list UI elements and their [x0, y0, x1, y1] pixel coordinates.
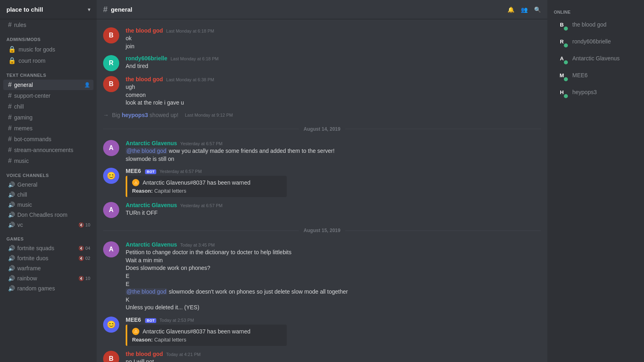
sidebar-item-music-for-gods[interactable]: 🔒 music for gods: [3, 44, 93, 55]
sidebar-item-stream-announcements[interactable]: # stream-announcements: [3, 145, 93, 155]
channel-name-music: music: [14, 158, 29, 164]
avatar: A: [103, 140, 119, 156]
sidebar-item-support-center[interactable]: # support-center: [3, 90, 93, 101]
bot-badge: BOT: [145, 169, 156, 174]
search-icon[interactable]: 🔍: [534, 6, 541, 13]
avatar: A: [103, 202, 119, 218]
sidebar-item-chill[interactable]: # chill: [3, 101, 93, 112]
message-timestamp: Today at 4:21 PM: [166, 352, 201, 357]
sidebar-item-music[interactable]: # music: [3, 156, 93, 166]
message-header: the blood god Today at 4:21 PM: [126, 351, 541, 357]
voice-channel-general: General: [17, 181, 37, 188]
message-username[interactable]: Antarctic Glavenus: [126, 202, 177, 208]
embed-icon: ⚠: [132, 328, 139, 335]
message-username-mee6[interactable]: MEE6: [126, 168, 141, 174]
message-username-mee6[interactable]: MEE6: [126, 317, 141, 323]
message-text: And tired: [126, 62, 541, 70]
sidebar-item-general[interactable]: # general 👤: [3, 80, 93, 90]
messages-area: B the blood god Last Monday at 6:18 PM o…: [97, 19, 547, 362]
message-header: the blood god Last Monday at 6:18 PM: [126, 27, 541, 34]
sidebar-item-rainbow[interactable]: 🔊 rainbow 🔇 10: [3, 274, 93, 283]
message-username[interactable]: rondy606brielle: [126, 55, 168, 62]
message-content: MEE6 BOT Today at 2:53 PM ⚠ Antarctic Gl…: [126, 317, 541, 346]
header-hash-icon: #: [103, 5, 108, 14]
voice-channel-warframe: warframe: [17, 265, 41, 272]
message-username[interactable]: Antarctic Glavenus: [126, 241, 177, 248]
notification-icon[interactable]: 🔔: [507, 6, 514, 13]
sidebar-item-voice-chill[interactable]: 🔊 chill: [3, 190, 93, 200]
sidebar-item-voice-music[interactable]: 🔊 music: [3, 200, 93, 210]
section-label-admins: ADMINS/MODS: [0, 31, 97, 43]
avatar: R: [103, 55, 119, 71]
voice-channel-duos: fortnite duos: [17, 255, 48, 261]
voice-channel-music: music: [17, 202, 32, 208]
message-content: Antarctic Glavenus Today at 3:45 PM Peti…: [126, 241, 541, 312]
speaker-icon-vc: 🔊: [8, 222, 15, 228]
sidebar-item-court-room[interactable]: 🔒 court room: [3, 55, 93, 66]
chat-header: # general 🔔 👥 🔍: [97, 0, 547, 19]
message-username[interactable]: the blood god: [126, 76, 163, 82]
message-header: Antarctic Glavenus Today at 3:45 PM: [126, 241, 541, 248]
bot-embed: ⚠ Antarctic Glavenus#8037 has been warne…: [126, 325, 287, 346]
voice-channel-squads: fortnite squads: [17, 245, 54, 251]
message-text: okjoin: [126, 35, 541, 50]
message-text: no I will not: [126, 358, 541, 362]
message-text: ughcomeonlook at the role i gave u: [126, 83, 541, 107]
sidebar-item-fortnite-squads[interactable]: 🔊 fortnite squads 🔇 04: [3, 243, 93, 253]
sidebar-item-rules[interactable]: # rules: [3, 20, 93, 30]
sidebar-item-bot-commands[interactable]: # bot-commands: [3, 134, 93, 144]
join-username[interactable]: heypops3: [122, 112, 148, 118]
sidebar-item-memes[interactable]: # memes: [3, 123, 93, 134]
section-label-text: TEXT CHANNELS: [0, 66, 97, 79]
message-timestamp: Yesterday at 6:57 PM: [180, 141, 223, 146]
message-group: A Antarctic Glavenus Yesterday at 6:57 P…: [97, 200, 547, 220]
sidebar-item-warframe[interactable]: 🔊 warframe: [3, 263, 93, 273]
speaker-icon-random: 🔊: [8, 285, 15, 292]
online-member[interactable]: M MEE6: [551, 67, 641, 83]
voice-channel-random: random games: [17, 285, 55, 292]
sidebar-item-voice-vc[interactable]: 🔊 vc 🔇 10: [3, 220, 93, 230]
header-icons: 🔔 👥 🔍: [507, 6, 541, 13]
date-divider: August 15, 2019: [97, 221, 547, 240]
message-text: Petition to change doctor in the diction…: [126, 249, 541, 312]
sidebar-item-fortnite-duos[interactable]: 🔊 fortnite duos 🔇 02: [3, 253, 93, 263]
speaker-icon-rainbow: 🔊: [8, 275, 15, 282]
mention[interactable]: @the blood god: [126, 288, 167, 295]
message-header: rondy606brielle Last Monday at 6:18 PM: [126, 55, 541, 62]
online-member-name: MEE6: [572, 72, 588, 78]
voice-channel-vc: vc: [17, 222, 23, 228]
mention[interactable]: @the blood god: [126, 148, 167, 154]
message-header: MEE6 BOT Today at 2:53 PM: [126, 317, 541, 323]
sidebar-item-voice-general[interactable]: 🔊 General: [3, 180, 93, 189]
arrow-icon: →: [103, 112, 109, 118]
bot-message-group: 😊 MEE6 BOT Today at 2:53 PM ⚠ Antarctic …: [97, 315, 547, 348]
message-username[interactable]: the blood god: [126, 27, 163, 34]
avatar: B: [103, 351, 119, 362]
section-label-voice: VOICE CHANNELS: [0, 167, 97, 179]
sidebar-item-voice-don[interactable]: 🔊 Don Cheadles room: [3, 210, 93, 220]
server-name: place to chill: [6, 6, 43, 13]
message-group: R rondy606brielle Last Monday at 6:18 PM…: [97, 53, 547, 73]
lock-hash-icon2: 🔒: [8, 57, 16, 64]
message-content: MEE6 BOT Yesterday at 6:57 PM ⚠ Antarcti…: [126, 168, 541, 197]
online-member[interactable]: H heypops3: [551, 84, 641, 100]
embed-header: ⚠ Antarctic Glavenus#8037 has been warne…: [132, 328, 282, 335]
message-group: B the blood god Last Monday at 6:18 PM o…: [97, 26, 547, 52]
online-member[interactable]: B the blood god: [551, 16, 641, 33]
system-timestamp: Last Monday at 9:12 PM: [185, 113, 233, 117]
message-username[interactable]: Antarctic Glavenus: [126, 140, 177, 146]
date-divider: August 14, 2019: [97, 120, 547, 138]
hash-icon-gaming: #: [8, 114, 12, 121]
bot-message-group: 😊 MEE6 BOT Yesterday at 6:57 PM ⚠ Antarc…: [97, 166, 547, 199]
message-content: rondy606brielle Last Monday at 6:18 PM A…: [126, 55, 541, 71]
sidebar-item-gaming[interactable]: # gaming: [3, 112, 93, 123]
date-text: August 14, 2019: [304, 126, 340, 132]
voice-channel-rainbow: rainbow: [17, 275, 37, 282]
sidebar-item-random-games[interactable]: 🔊 random games: [3, 284, 93, 293]
online-member[interactable]: R rondy606brielle: [551, 33, 641, 49]
message-username[interactable]: the blood god: [126, 351, 163, 357]
server-header[interactable]: place to chill ▾: [0, 0, 97, 19]
online-member[interactable]: A Antarctic Glavenus: [551, 50, 641, 66]
members-icon[interactable]: 👥: [521, 6, 528, 13]
embed-title: Antarctic Glavenus#8037 has been warned: [143, 179, 251, 186]
